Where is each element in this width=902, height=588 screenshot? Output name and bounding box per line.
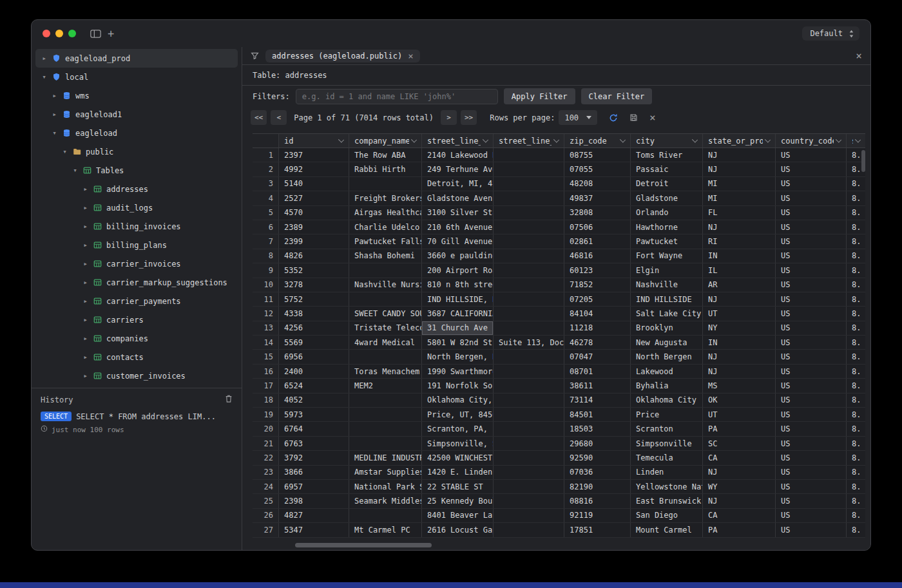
cell-street_line_1[interactable]: 810 n 8th street [422, 278, 494, 292]
cell-street_line_1[interactable]: IND HILLSIDE, NJ [422, 292, 494, 306]
save-icon[interactable] [629, 113, 638, 122]
cell-street_line_2[interactable] [494, 249, 564, 263]
tree-item-carrier_invoices[interactable]: ▶carrier_invoices [35, 254, 238, 273]
cell-city[interactable]: Salt Lake City [631, 307, 703, 320]
cell-company_name[interactable] [349, 177, 422, 191]
cell-company_name[interactable] [349, 394, 422, 407]
cell-street_line_1[interactable]: 210 6th Avenue [422, 220, 494, 234]
row-number[interactable]: 3 [253, 177, 279, 191]
cell-street_line_1[interactable]: 8401 Beaver Lak [422, 509, 494, 522]
cell-country_code[interactable]: US [776, 191, 847, 205]
table-row[interactable]: 156956North Bergen, NJ07047North BergenN… [253, 350, 865, 364]
cell-country_code[interactable]: US [776, 234, 847, 248]
cell-id[interactable]: 2389 [279, 220, 349, 234]
cell-company_name[interactable] [349, 350, 422, 363]
cell-sh[interactable]: 8. [847, 263, 865, 277]
row-number[interactable]: 7 [253, 234, 279, 248]
cell-country_code[interactable]: US [776, 437, 847, 450]
cell-street_line_2[interactable] [494, 278, 564, 292]
cell-id[interactable]: 3278 [279, 278, 349, 292]
cell-company_name[interactable]: Seamark Middles [349, 494, 422, 507]
cell-id[interactable]: 5752 [279, 292, 349, 306]
row-number[interactable]: 13 [253, 321, 279, 335]
cell-state_or_province[interactable]: CA [703, 451, 776, 464]
table-row[interactable]: 124338SWEET CANDY SOU3687 CALIFORNIA8410… [253, 307, 865, 321]
chevron-down-icon[interactable]: ▼ [41, 75, 48, 80]
cell-id[interactable]: 4826 [279, 249, 349, 263]
cell-id[interactable]: 2400 [279, 365, 349, 378]
table-row[interactable]: 2648278401 Beaver Lak92119San DiegoCAUS8… [253, 509, 865, 523]
column-header-street_line_1[interactable]: street_line_1 [422, 134, 494, 147]
cell-street_line_2[interactable] [494, 234, 564, 248]
cell-zip_code[interactable]: 17851 [564, 523, 631, 536]
chevron-right-icon[interactable]: ▶ [41, 56, 48, 61]
cell-sh[interactable]: 8. [847, 480, 865, 493]
cell-state_or_province[interactable]: PA [703, 422, 776, 435]
cell-city[interactable]: Nashville [631, 278, 703, 292]
cell-company_name[interactable] [349, 408, 422, 421]
cell-street_line_2[interactable] [494, 191, 564, 205]
table-row[interactable]: 233866Amstar Supplies1420 E. Linden A070… [253, 466, 865, 480]
zoom-window-button[interactable] [68, 30, 76, 37]
new-tab-icon[interactable]: + [108, 28, 114, 39]
row-number[interactable]: 16 [253, 365, 279, 378]
cell-state_or_province[interactable]: WY [703, 480, 776, 493]
cell-id[interactable]: 2527 [279, 191, 349, 205]
tree-item-audit_logs[interactable]: ▶audit_logs [35, 198, 238, 217]
cell-sh[interactable]: 8. [847, 191, 865, 205]
cell-company_name[interactable]: Amstar Supplies [349, 466, 422, 479]
cell-id[interactable]: 6764 [279, 422, 349, 435]
cell-street_line_2[interactable] [494, 466, 564, 479]
cell-sh[interactable]: 8. [847, 177, 865, 191]
cell-street_line_2[interactable] [494, 148, 564, 162]
cell-id[interactable]: 6957 [279, 480, 349, 493]
cell-city[interactable]: Fort Wayne [631, 249, 703, 263]
cell-street_line_1[interactable]: Simpsonville, SC [422, 437, 494, 450]
cell-street_line_2[interactable] [494, 480, 564, 493]
cell-zip_code[interactable]: 84501 [564, 408, 631, 421]
row-number[interactable]: 20 [253, 422, 279, 435]
cell-city[interactable]: Passaic [631, 162, 703, 176]
cell-country_code[interactable]: US [776, 523, 847, 536]
row-number[interactable]: 23 [253, 466, 279, 479]
cell-city[interactable]: Temecula [631, 451, 703, 464]
cell-sh[interactable]: 8. [847, 451, 865, 464]
row-number[interactable]: 24 [253, 480, 279, 493]
cell-state_or_province[interactable]: MI [703, 177, 776, 191]
cell-id[interactable]: 3792 [279, 451, 349, 464]
cell-state_or_province[interactable]: NJ [703, 466, 776, 479]
cell-zip_code[interactable]: 48208 [564, 177, 631, 191]
row-number[interactable]: 11 [253, 292, 279, 306]
history-entry[interactable]: SELECT SELECT * FROM addresses LIM... [41, 412, 233, 421]
cell-country_code[interactable]: US [776, 177, 847, 191]
cell-zip_code[interactable]: 46816 [564, 249, 631, 263]
cell-country_code[interactable]: US [776, 148, 847, 162]
first-page-button[interactable]: << [251, 110, 267, 125]
close-results-icon[interactable]: × [649, 113, 656, 123]
chevron-right-icon[interactable]: ▶ [82, 355, 89, 360]
table-row[interactable]: 206764Scranton, PA, 1818503ScrantonPAUS8… [253, 422, 865, 436]
tree-item-companies[interactable]: ▶companies [35, 329, 238, 348]
cell-id[interactable]: 2398 [279, 494, 349, 507]
cell-city[interactable]: Gladstone [631, 191, 703, 205]
table-row[interactable]: 62389Charlie Udelco210 6th Avenue07506Ha… [253, 220, 865, 234]
cell-street_line_1[interactable]: 42500 WINCHESTE [422, 451, 494, 464]
cell-city[interactable]: Price [631, 408, 703, 421]
cell-sh[interactable]: 8. [847, 249, 865, 263]
cell-street_line_1[interactable]: 200 Airport Road [422, 263, 494, 277]
cell-country_code[interactable]: US [776, 466, 847, 479]
chevron-down-icon[interactable]: ▼ [61, 149, 68, 155]
chevron-right-icon[interactable]: ▶ [82, 224, 89, 229]
table-row[interactable]: 134256Tristate Teleco31 Church Ave11218B… [253, 321, 865, 336]
cell-company_name[interactable] [349, 292, 422, 306]
cell-sh[interactable]: 8. [847, 422, 865, 435]
cell-state_or_province[interactable]: NJ [703, 365, 776, 378]
cell-street_line_2[interactable] [494, 379, 564, 392]
tab-addresses[interactable]: addresses (eagleload.public) × [265, 50, 420, 62]
cell-zip_code[interactable]: 71852 [564, 278, 631, 292]
cell-state_or_province[interactable]: UT [703, 408, 776, 421]
cell-sh[interactable]: 8. [847, 307, 865, 320]
row-number[interactable]: 4 [253, 191, 279, 205]
cell-street_line_1[interactable]: 1990 Swarthmore [422, 365, 494, 378]
cell-street_line_2[interactable] [494, 523, 564, 536]
